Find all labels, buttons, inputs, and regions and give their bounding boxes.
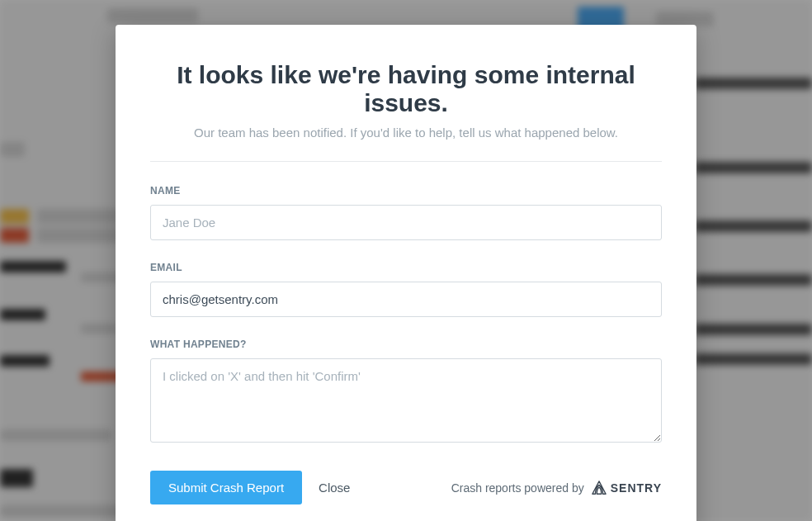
- close-button[interactable]: Close: [319, 481, 350, 495]
- sentry-brand-text: SENTRY: [611, 481, 662, 495]
- footer-actions: Submit Crash Report Close: [150, 471, 350, 504]
- crash-report-modal: It looks like we're having some internal…: [116, 25, 696, 521]
- powered-by: Crash reports powered by SENTRY: [451, 481, 662, 495]
- what-happened-field[interactable]: [150, 358, 662, 443]
- name-field[interactable]: [150, 205, 662, 240]
- divider: [150, 161, 662, 162]
- powered-by-text: Crash reports powered by: [451, 481, 584, 495]
- email-field[interactable]: [150, 282, 662, 317]
- sentry-logo: SENTRY: [591, 481, 662, 495]
- sentry-icon: [591, 481, 607, 495]
- submit-button[interactable]: Submit Crash Report: [150, 471, 302, 504]
- modal-title: It looks like we're having some internal…: [150, 61, 662, 117]
- email-label: EMAIL: [150, 262, 662, 273]
- modal-subtitle: Our team has been notified. If you'd lik…: [150, 126, 662, 140]
- what-happened-label: WHAT HAPPENED?: [150, 339, 662, 350]
- name-label: NAME: [150, 185, 662, 197]
- modal-footer: Submit Crash Report Close Crash reports …: [150, 471, 662, 504]
